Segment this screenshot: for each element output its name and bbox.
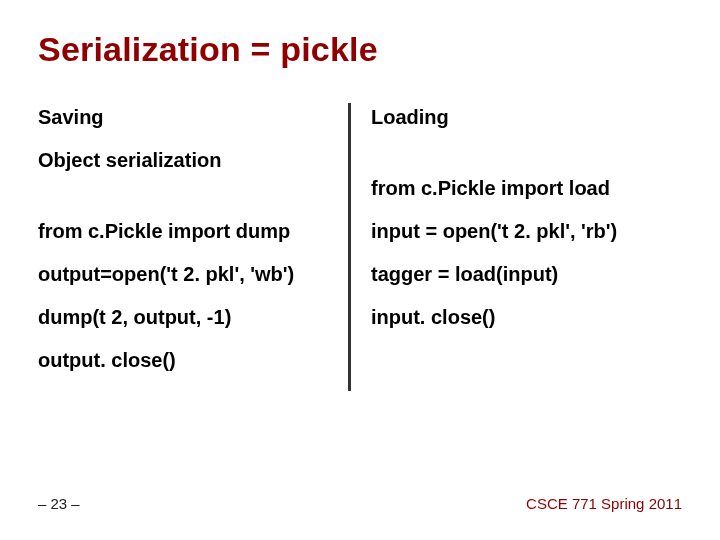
left-heading-1: Saving [38, 105, 330, 130]
two-column-layout: Saving Object serialization from c.Pickl… [38, 103, 682, 391]
slide: Serialization = pickle Saving Object ser… [0, 0, 720, 540]
right-code-3: input. close() [371, 305, 682, 330]
right-heading-1: Loading [371, 105, 682, 130]
page-number: – 23 – [38, 495, 80, 512]
left-code-4: output. close() [38, 348, 330, 373]
spacer [38, 191, 330, 219]
right-column: Loading from c.Pickle import load input … [348, 103, 682, 391]
left-code-1: from c.Pickle import dump [38, 219, 330, 244]
left-code-3: dump(t 2, output, -1) [38, 305, 330, 330]
right-code-1: input = open('t 2. pkl', 'rb') [371, 219, 682, 244]
right-code-2: tagger = load(input) [371, 262, 682, 287]
left-code-2: output=open('t 2. pkl', 'wb') [38, 262, 330, 287]
left-column: Saving Object serialization from c.Pickl… [38, 103, 348, 391]
course-footer: CSCE 771 Spring 2011 [526, 495, 682, 512]
left-heading-2: Object serialization [38, 148, 330, 173]
right-code-0: from c.Pickle import load [371, 176, 682, 201]
spacer [371, 148, 682, 176]
slide-title: Serialization = pickle [38, 30, 682, 69]
